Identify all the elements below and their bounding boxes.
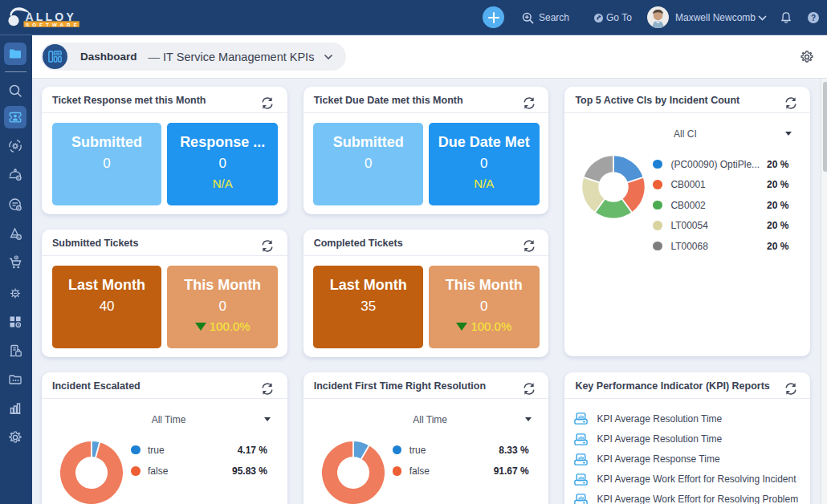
- svg-text:SOFTWARE: SOFTWARE: [26, 22, 80, 27]
- svg-text:?: ?: [811, 14, 816, 22]
